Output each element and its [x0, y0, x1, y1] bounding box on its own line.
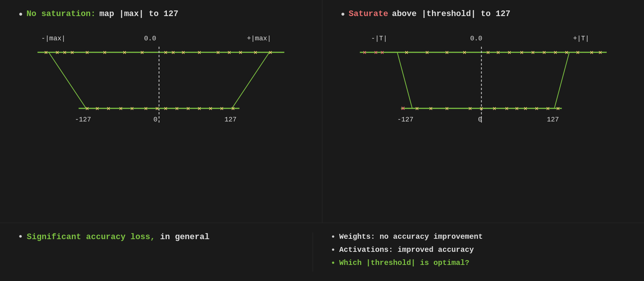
svg-text:×: × [507, 50, 511, 56]
svg-text:×: × [468, 106, 472, 112]
svg-text:×: × [463, 50, 466, 56]
svg-text:0.0: 0.0 [144, 35, 156, 42]
svg-text:×: × [103, 50, 107, 56]
svg-text:×: × [269, 50, 272, 56]
svg-text:×: × [227, 50, 231, 56]
svg-text:×: × [140, 50, 144, 56]
main-content: ● No saturation: map |max| to 127 -|max|… [0, 0, 644, 281]
svg-text:×: × [401, 105, 405, 112]
svg-line-49 [554, 52, 569, 108]
activations-text: Activations: improved accuracy [339, 246, 474, 254]
svg-text:-|T|: -|T| [371, 35, 387, 42]
svg-text:×: × [85, 106, 89, 112]
svg-text:×: × [496, 50, 500, 56]
svg-text:×: × [220, 106, 224, 112]
svg-text:×: × [445, 50, 449, 56]
svg-text:×: × [479, 106, 483, 112]
which-text: Which |threshold| is optimal? [339, 259, 469, 267]
svg-text:×: × [63, 50, 67, 56]
svg-text:×: × [493, 106, 496, 112]
svg-text:+|max|: +|max| [247, 35, 271, 42]
right-title-red: Saturate [349, 9, 388, 19]
svg-text:×: × [515, 106, 519, 112]
svg-text:×: × [445, 106, 449, 112]
svg-text:×: × [186, 106, 190, 112]
svg-text:×: × [425, 50, 429, 56]
svg-line-48 [397, 52, 412, 108]
svg-text:×: × [531, 50, 535, 56]
svg-text:×: × [590, 50, 594, 56]
svg-text:×: × [107, 106, 110, 112]
right-diagram-svg: -|T| 0.0 +|T| [341, 26, 626, 138]
svg-text:127: 127 [547, 116, 559, 123]
svg-text:0.0: 0.0 [470, 35, 482, 42]
left-diagram-svg: -|max| 0.0 +|max| [19, 26, 303, 138]
svg-text:×: × [216, 50, 220, 56]
svg-text:×: × [155, 106, 159, 112]
svg-text:127: 127 [224, 116, 236, 123]
right-diagram: -|T| 0.0 +|T| [341, 26, 626, 138]
svg-text:×: × [576, 50, 580, 56]
svg-text:×: × [505, 106, 509, 112]
svg-text:×: × [520, 50, 524, 56]
svg-text:×: × [130, 106, 134, 112]
svg-text:×: × [556, 106, 560, 112]
svg-text:×: × [55, 50, 59, 56]
left-bullet: ● [19, 10, 23, 18]
svg-text:×: × [598, 50, 602, 56]
weights-text: Weights: no accuracy improvement [339, 232, 483, 241]
svg-text:×: × [119, 106, 123, 112]
svg-text:×: × [542, 50, 546, 56]
left-title-rest: map |max| to 127 [99, 9, 178, 19]
which-item: ● Which |threshold| is optimal? [332, 259, 626, 267]
svg-text:×: × [486, 50, 490, 56]
svg-text:×: × [164, 106, 168, 112]
svg-text:×: × [524, 106, 527, 112]
top-panels: ● No saturation: map |max| to 127 -|max|… [0, 0, 644, 223]
svg-line-6 [232, 52, 269, 108]
svg-text:×: × [144, 106, 148, 112]
accuracy-rest: in general [160, 232, 209, 242]
weights-bullet: ● [332, 234, 335, 240]
svg-text:+|T|: +|T| [573, 35, 589, 42]
accuracy-green: Significant accuracy loss, [27, 232, 155, 242]
svg-text:×: × [535, 106, 539, 112]
svg-text:×: × [181, 50, 185, 56]
svg-text:×: × [95, 106, 99, 112]
svg-text:×: × [565, 50, 568, 56]
svg-text:-127: -127 [75, 116, 91, 123]
bottom-right-panel: ● Weights: no accuracy improvement ● Act… [313, 232, 626, 272]
left-title-green: No saturation: [27, 9, 96, 19]
svg-text:×: × [171, 50, 175, 56]
svg-text:×: × [553, 50, 557, 56]
svg-text:×: × [197, 106, 201, 112]
left-title: ● No saturation: map |max| to 127 [19, 9, 303, 19]
svg-text:×: × [85, 50, 89, 56]
right-panel: ● Saturate above |threshold| to 127 -|T|… [322, 0, 644, 223]
accuracy-loss-item: ● Significant accuracy loss, in general [19, 232, 313, 242]
svg-text:×: × [429, 106, 433, 112]
svg-text:×: × [209, 106, 212, 112]
svg-text:×: × [415, 106, 419, 112]
svg-text:-|max|: -|max| [41, 35, 65, 42]
activations-bullet: ● [332, 247, 335, 253]
weights-item: ● Weights: no accuracy improvement [332, 232, 626, 241]
bottom-panels: ● Significant accuracy loss, in general … [0, 223, 644, 281]
right-title: ● Saturate above |threshold| to 127 [341, 9, 626, 19]
svg-text:×: × [254, 50, 257, 56]
svg-text:×: × [197, 50, 201, 56]
svg-text:-127: -127 [397, 116, 413, 123]
svg-text:×: × [374, 50, 378, 56]
accuracy-bullet: ● [19, 233, 22, 240]
svg-text:×: × [44, 50, 48, 56]
which-bullet: ● [332, 260, 335, 266]
svg-text:×: × [70, 50, 74, 56]
svg-text:×: × [380, 50, 384, 56]
svg-text:×: × [123, 50, 126, 56]
svg-line-5 [49, 52, 86, 108]
svg-text:0: 0 [153, 116, 157, 123]
svg-text:×: × [231, 106, 235, 112]
right-title-rest: above |threshold| to 127 [392, 9, 510, 19]
right-bullet: ● [341, 10, 345, 18]
left-panel: ● No saturation: map |max| to 127 -|max|… [0, 0, 322, 223]
